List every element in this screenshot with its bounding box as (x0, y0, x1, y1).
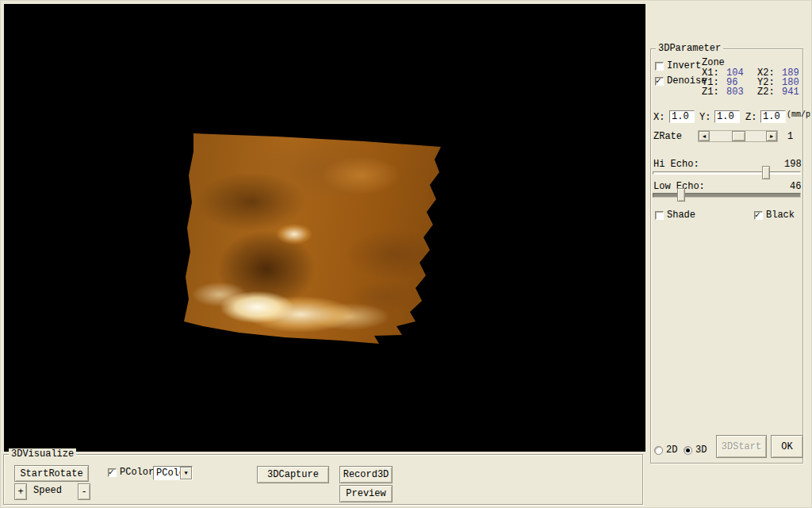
ok-button[interactable]: OK (771, 435, 803, 458)
preview-button[interactable]: Preview (339, 485, 393, 502)
scale-z-label: Z: (745, 113, 756, 123)
app-window: 3DParameter Invert ✓ Denoise Zone X1: 10… (0, 0, 812, 508)
black-label: Black (766, 210, 795, 221)
parameter-groupbox: 3DParameter Invert ✓ Denoise Zone X1: 10… (650, 48, 803, 464)
speed-plus-button[interactable]: + (14, 483, 27, 500)
denoise-checkbox[interactable]: ✓ (655, 77, 664, 86)
zone-z2-label: Z2: (757, 87, 775, 98)
start-rotate-button[interactable]: StartRotate (14, 465, 89, 482)
ultrasound-volume-render[interactable] (182, 126, 448, 350)
scale-y-label: Y: (699, 113, 710, 123)
speed-label: Speed (33, 486, 62, 496)
pcolor-checkbox[interactable]: ✓ (108, 468, 117, 477)
speed-minus-button[interactable]: - (78, 483, 90, 500)
start3d-button[interactable]: 3DStart (716, 435, 767, 458)
scale-unit-label: (mm/p) (787, 110, 812, 120)
parameter-group-title: 3DParameter (656, 43, 723, 54)
visualize-group-title: 3DVisualize (9, 448, 76, 460)
hi-echo-slider-thumb[interactable] (762, 166, 770, 179)
zone-z2-value: 941 (782, 87, 799, 98)
low-echo-track[interactable] (653, 193, 801, 198)
denoise-label: Denoise (667, 76, 707, 87)
pcolor-label: PColor (120, 468, 154, 478)
invert-label: Invert (667, 61, 701, 71)
scroll-left-icon[interactable]: ◄ (699, 131, 710, 141)
record3d-button[interactable]: Record3D (339, 466, 393, 483)
black-checkbox[interactable]: ✓ (754, 211, 763, 220)
scroll-right-icon[interactable]: ► (766, 131, 777, 141)
hi-echo-track[interactable] (653, 171, 801, 175)
pcolor-dropdown[interactable]: PColor ▼ (153, 466, 193, 480)
render-viewport[interactable] (4, 4, 645, 452)
zrate-label: ZRate (653, 132, 682, 142)
zone-z1-value: 803 (726, 87, 744, 98)
zrate-scrollbar-thumb[interactable] (732, 131, 745, 141)
scale-x-label: X: (653, 113, 665, 123)
scale-z-input[interactable] (760, 110, 786, 123)
hi-echo-value: 198 (784, 160, 802, 170)
zrate-scrollbar[interactable]: ◄ ► (698, 130, 778, 142)
invert-checkbox[interactable] (655, 62, 664, 71)
radio-dot-icon (686, 448, 690, 452)
mode-3d-label: 3D (695, 445, 707, 456)
mode-2d-label: 2D (666, 445, 677, 456)
zone-z1-label: Z1: (702, 87, 719, 98)
low-echo-value: 46 (790, 182, 801, 192)
check-icon: ✓ (656, 75, 661, 86)
chevron-down-icon[interactable]: ▼ (180, 467, 192, 479)
shade-checkbox[interactable] (655, 211, 664, 220)
mode-2d-radio[interactable] (654, 446, 663, 455)
check-icon: ✓ (109, 467, 114, 477)
scale-x-input[interactable] (669, 110, 695, 123)
panel-separator (645, 1, 647, 508)
capture3d-button[interactable]: 3DCapture (257, 466, 329, 483)
scale-y-input[interactable] (714, 110, 740, 123)
visualize-groupbox: 3DVisualize StartRotate ✓ PColor PColor … (3, 454, 643, 505)
hi-echo-label: Hi Echo: (653, 160, 699, 170)
zrate-value: 1 (787, 132, 793, 142)
check-icon: ✓ (755, 210, 760, 220)
mode-3d-radio[interactable] (684, 446, 692, 455)
low-echo-slider-thumb[interactable] (677, 188, 685, 202)
shade-label: Shade (667, 210, 695, 221)
